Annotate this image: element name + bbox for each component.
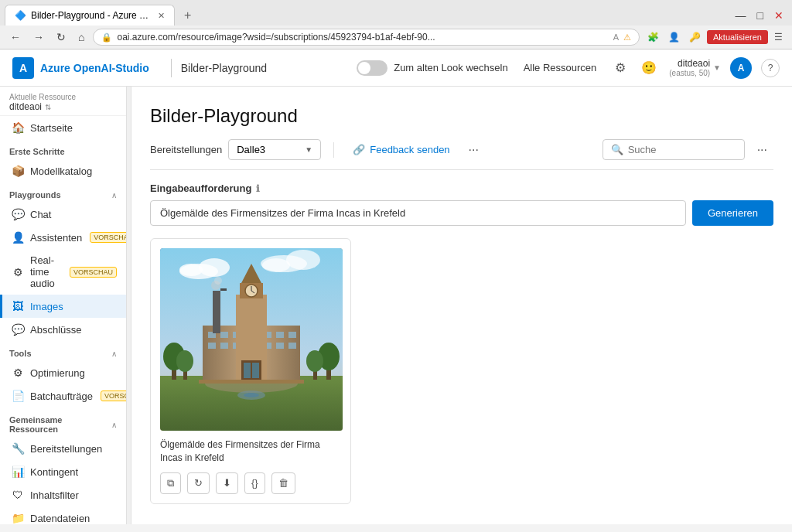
new-tab-btn[interactable]: + xyxy=(178,5,197,26)
search-more-btn[interactable]: ··· xyxy=(751,140,773,160)
svg-rect-24 xyxy=(208,343,216,349)
quota-icon: 📊 xyxy=(12,466,24,478)
toggle-knob xyxy=(358,62,370,74)
search-box[interactable]: 🔍 xyxy=(603,139,745,160)
sidebar-item-batchaufrage[interactable]: 📄 Batchaufträge VORSCHAU xyxy=(0,384,126,408)
tools-title: Tools xyxy=(9,349,32,358)
image-caption: Ölgemälde des Firmensitzes der Firma Inc… xyxy=(160,438,341,465)
sidebar-label-realtime: Real-time audio xyxy=(30,254,62,289)
sidebar-item-realtime[interactable]: ⚙ Real-time audio VORSCHAU xyxy=(0,249,126,295)
main-layout: Aktuelle Ressource ditdeaoi ⇅ 🏠 Startsei… xyxy=(0,87,792,524)
toggle-label: Zum alten Look wechseln xyxy=(394,62,507,73)
svg-rect-19 xyxy=(220,332,228,338)
sidebar-label-images: Images xyxy=(30,301,63,312)
update-btn[interactable]: Aktualisieren xyxy=(707,30,768,44)
prompt-row: Generieren xyxy=(150,200,773,226)
feedback-btn[interactable]: 🔗 Feedback senden xyxy=(346,140,456,159)
regenerate-btn[interactable]: ↻ xyxy=(187,472,210,494)
user-name: ditdeaoi xyxy=(669,58,710,69)
assistenten-badge: VORSCHAU xyxy=(90,232,127,243)
help-btn[interactable]: ? xyxy=(761,59,780,77)
playgrounds-section: Playgrounds ∧ xyxy=(0,182,126,203)
address-text: oai.azure.com/resource/image?wsid=/subsc… xyxy=(117,32,608,43)
extensions-btn[interactable]: 🧩 xyxy=(644,30,662,44)
erste-schritte-header: Erste Schritte xyxy=(0,139,126,159)
look-toggle[interactable] xyxy=(357,60,387,76)
svg-point-6 xyxy=(262,258,290,272)
generate-btn[interactable]: Generieren xyxy=(692,200,773,226)
catalog-icon: 📦 xyxy=(12,165,24,177)
close-btn[interactable]: ✕ xyxy=(770,7,787,24)
sidebar-label-kontingent: Kontingent xyxy=(30,466,78,478)
tab-favicon: 🔷 xyxy=(15,10,26,21)
back-btn[interactable]: ← xyxy=(6,29,25,46)
logo-icon: A xyxy=(12,57,34,79)
vpn-btn[interactable]: 🔑 xyxy=(686,30,704,44)
prompt-label: Eingabeaufforderung ℹ xyxy=(150,182,773,194)
realtime-icon: ⚙ xyxy=(12,266,24,278)
user-avatar[interactable]: A xyxy=(730,57,752,79)
header-divider xyxy=(171,59,172,77)
sidebar-item-images[interactable]: 🖼 Images xyxy=(0,295,126,318)
toggle-container: Zum alten Look wechseln xyxy=(357,60,507,76)
sidebar-item-abschlusse[interactable]: 💬 Abschlüsse xyxy=(0,318,126,341)
feedback-label: Feedback senden xyxy=(370,144,449,155)
sidebar-item-kontingent[interactable]: 📊 Kontingent xyxy=(0,460,126,483)
all-resources-link[interactable]: Alle Ressourcen xyxy=(517,59,603,77)
realtime-badge: VORSCHAU xyxy=(70,267,117,278)
sidebar-item-startseite[interactable]: 🏠 Startseite xyxy=(0,116,126,139)
copy-btn[interactable]: ⧉ xyxy=(160,472,181,494)
home-btn[interactable]: ⌂ xyxy=(74,29,88,46)
sidebar-item-bereitstellungen[interactable]: 🔧 Bereitstellungen xyxy=(0,437,126,460)
download-btn[interactable]: ⬇ xyxy=(216,472,238,494)
feedback-more-btn[interactable]: ··· xyxy=(463,140,485,160)
settings-btn[interactable]: ⚙ xyxy=(612,57,629,78)
batch-badge: VORSCHAU xyxy=(101,390,127,401)
emoji-btn[interactable]: 🙂 xyxy=(638,57,660,78)
sidebar-item-modellkatalog[interactable]: 📦 Modellkatalog xyxy=(0,159,126,182)
minimize-btn[interactable]: — xyxy=(732,7,750,24)
toolbar-divider-1 xyxy=(333,142,334,158)
sidebar-resource: Aktuelle Ressource ditdeaoi ⇅ xyxy=(0,87,126,116)
tab-bar: 🔷 Bilder-Playground - Azure Ope... ✕ + —… xyxy=(0,0,792,26)
prompt-label-text: Eingabeaufforderung xyxy=(150,182,251,194)
header-page-title: Bilder-Playground xyxy=(181,62,267,74)
forward-btn[interactable]: → xyxy=(29,29,48,46)
maximize-btn[interactable]: □ xyxy=(753,7,767,24)
search-icon: 🔍 xyxy=(611,144,623,155)
resource-name: ditdeaoi xyxy=(9,101,42,112)
delete-btn[interactable]: 🗑 xyxy=(271,472,295,494)
refresh-btn[interactable]: ↻ xyxy=(53,29,70,46)
content-area: Bilder-Playground Bereitstellungen Dalle… xyxy=(131,87,792,524)
sidebar-item-assistenten[interactable]: 👤 Assistenten VORSCHAU xyxy=(0,226,126,249)
sidebar-item-datendateien[interactable]: 📁 Datendateien xyxy=(0,506,126,524)
search-input[interactable] xyxy=(628,144,736,155)
sidebar-item-optimierung[interactable]: ⚙ Optimierung xyxy=(0,361,126,384)
help-label: ? xyxy=(768,63,773,73)
address-bar[interactable]: 🔒 oai.azure.com/resource/image?wsid=/sub… xyxy=(93,29,640,46)
tab-close-btn[interactable]: ✕ xyxy=(158,11,165,21)
svg-rect-42 xyxy=(252,363,259,378)
sidebar-item-inhaltsfilter[interactable]: 🛡 Inhaltsfilter xyxy=(0,483,126,506)
svg-rect-29 xyxy=(288,343,296,349)
sidebar-item-chat[interactable]: 💬 Chat xyxy=(0,203,126,226)
svg-rect-28 xyxy=(276,343,284,349)
svg-rect-37 xyxy=(220,288,227,291)
active-tab[interactable]: 🔷 Bilder-Playground - Azure Ope... ✕ xyxy=(5,5,175,26)
code-btn[interactable]: {} xyxy=(244,472,265,494)
sidebar-label-abschlusse: Abschlüsse xyxy=(30,324,81,336)
user-info[interactable]: ditdeaoi (eastus, 50) ▼ xyxy=(669,58,721,77)
profile-btn[interactable]: 👤 xyxy=(665,30,683,44)
svg-point-45 xyxy=(244,393,259,397)
tools-chevron-icon: ∧ xyxy=(111,350,117,358)
prompt-section: Eingabeaufforderung ℹ Generieren xyxy=(150,182,773,226)
images-icon: 🖼 xyxy=(12,300,24,312)
resource-value: ditdeaoi ⇅ xyxy=(9,101,117,112)
svg-rect-36 xyxy=(213,291,220,333)
info-icon[interactable]: ℹ xyxy=(256,183,260,194)
deployment-select[interactable]: Dalle3 ▼ xyxy=(228,139,321,160)
menu-btn[interactable]: ☰ xyxy=(771,30,786,44)
svg-rect-41 xyxy=(244,363,251,378)
prompt-input[interactable] xyxy=(150,200,686,226)
svg-rect-25 xyxy=(220,343,228,349)
